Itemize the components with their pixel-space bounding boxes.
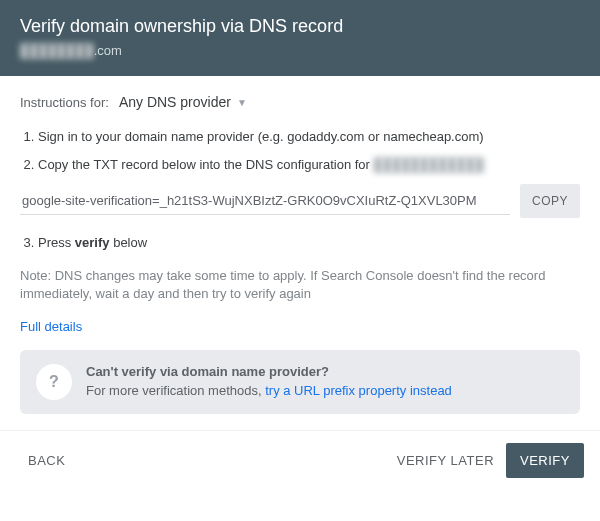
url-prefix-link[interactable]: try a URL prefix property instead — [265, 383, 452, 398]
provider-label: Instructions for: — [20, 95, 109, 110]
step-1: Sign in to your domain name provider (e.… — [38, 128, 580, 146]
txt-record-row: COPY — [20, 184, 580, 218]
verify-later-button[interactable]: VERIFY LATER — [385, 443, 506, 478]
tip-box: ? Can't verify via domain name provider?… — [20, 350, 580, 414]
tip-text-prefix: For more verification methods, — [86, 383, 265, 398]
dns-note: Note: DNS changes may take some time to … — [20, 267, 580, 303]
copy-button[interactable]: COPY — [520, 184, 580, 218]
provider-selected: Any DNS provider — [119, 94, 231, 110]
header-domain: ████████.com — [20, 43, 580, 58]
provider-row: Instructions for: Any DNS provider ▼ — [20, 94, 580, 110]
domain-suffix: .com — [94, 43, 122, 58]
step-3-suffix: below — [110, 235, 148, 250]
instruction-list: Sign in to your domain name provider (e.… — [20, 128, 580, 174]
chevron-down-icon: ▼ — [237, 97, 247, 108]
domain-blur: ████████ — [20, 43, 94, 58]
header-title: Verify domain ownership via DNS record — [20, 16, 580, 37]
tip-content: Can't verify via domain name provider? F… — [86, 364, 452, 398]
dialog-content: Instructions for: Any DNS provider ▼ Sig… — [0, 76, 600, 430]
instruction-list-2: Press verify below — [20, 234, 580, 252]
step-3-prefix: Press — [38, 235, 75, 250]
txt-record-input[interactable] — [20, 187, 510, 215]
full-details-link[interactable]: Full details — [20, 319, 82, 334]
tip-text: For more verification methods, try a URL… — [86, 383, 452, 398]
back-button[interactable]: BACK — [16, 443, 77, 478]
provider-select[interactable]: Any DNS provider ▼ — [119, 94, 247, 110]
step-3: Press verify below — [38, 234, 580, 252]
step-3-bold: verify — [75, 235, 110, 250]
dialog-footer: BACK VERIFY LATER VERIFY — [0, 430, 600, 490]
step-2-text: Copy the TXT record below into the DNS c… — [38, 157, 374, 172]
step-2-blur: ████████████ — [374, 157, 485, 172]
verify-button[interactable]: VERIFY — [506, 443, 584, 478]
help-icon: ? — [36, 364, 72, 400]
dialog-header: Verify domain ownership via DNS record █… — [0, 0, 600, 76]
tip-title: Can't verify via domain name provider? — [86, 364, 452, 379]
step-2: Copy the TXT record below into the DNS c… — [38, 156, 580, 174]
